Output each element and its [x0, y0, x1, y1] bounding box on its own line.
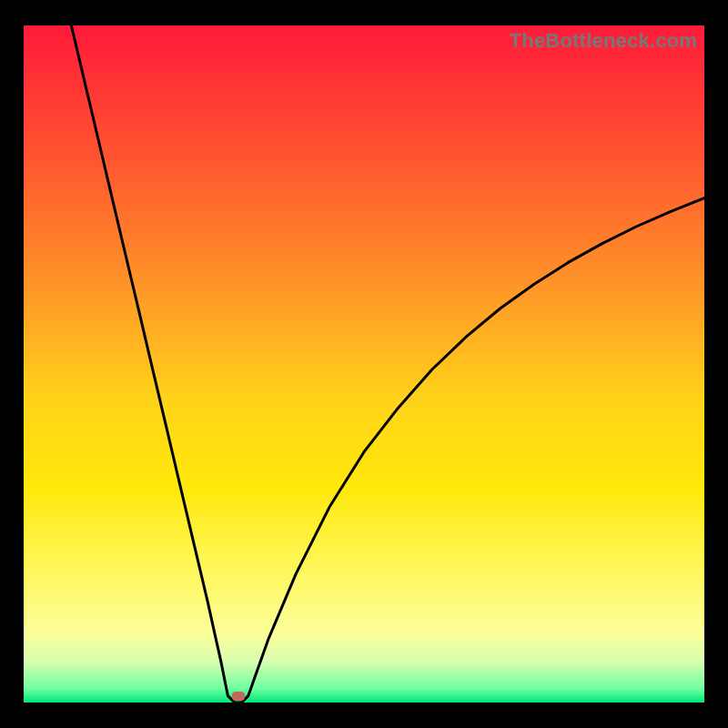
curve-svg	[24, 25, 704, 703]
optimum-marker	[232, 692, 245, 701]
bottleneck-curve	[71, 25, 704, 703]
chart-stage: TheBottleneck.com	[0, 0, 728, 728]
plot-area: TheBottleneck.com	[24, 25, 704, 703]
